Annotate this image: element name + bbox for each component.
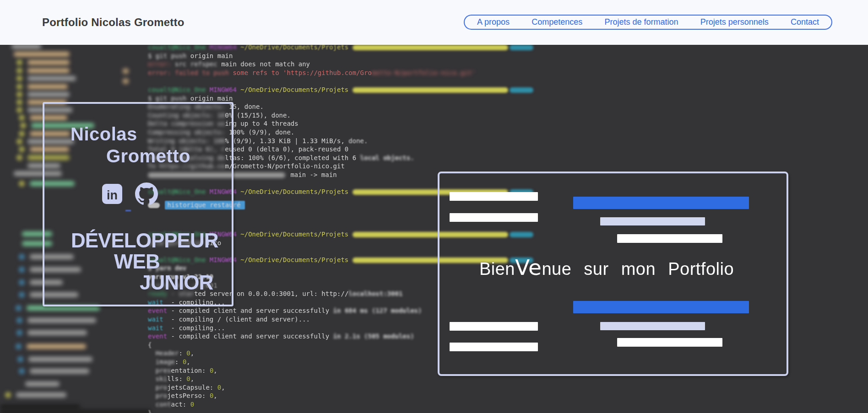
terminal-line <box>148 77 606 86</box>
terminal-segment <box>148 384 156 391</box>
terminal-segment: 15, done. <box>229 103 264 110</box>
terminal-line: coualt@Nico_One MINGW64 ~/OneDrive/Docum… <box>148 86 606 94</box>
terminal-segment <box>148 349 156 357</box>
sidebar-file-dot <box>16 139 22 145</box>
terminal-segment: - compiling / (client and server)... <box>163 316 310 323</box>
terminal-segment: - compiled client and server successfull… <box>167 333 333 340</box>
sidebar-file-dot <box>16 75 22 81</box>
sidebar-row <box>0 409 151 413</box>
sidebar-file-dot <box>16 317 22 323</box>
nav-item-contact[interactable]: Contact <box>791 17 819 27</box>
terminal-segment <box>148 358 156 365</box>
terminal-segment: origin main <box>190 52 233 59</box>
terminal-segment: event <box>148 307 167 314</box>
main-nav: A proposCompetencesProjets de formationP… <box>464 15 832 30</box>
terminal-segment: ~/OneDrive/Documents/Projets <box>240 86 352 93</box>
identity-card: Nicolas Grometto in DÉVELOPPEUR WEB JUNI… <box>43 102 233 306</box>
terminal-segment: main does not match any <box>221 60 310 68</box>
terminal-line: contact: 0 <box>148 400 606 409</box>
decorative-bar-white <box>617 234 722 243</box>
welcome-lead: Bien <box>479 259 515 279</box>
welcome-rest: sur mon Portfolio <box>571 259 734 279</box>
sidebar-row <box>27 92 70 97</box>
terminal-segment: , <box>213 392 217 399</box>
terminal-segment <box>148 375 156 382</box>
nav-item-projets-personnels[interactable]: Projets personnels <box>700 17 769 27</box>
sidebar-row <box>27 344 86 349</box>
decorative-bar-blue <box>573 301 749 313</box>
sidebar-file-dot <box>19 292 25 298</box>
terminal-segment: ~/OneDrive/Documents/Projets <box>240 188 352 195</box>
sidebar-file-dot <box>16 107 22 113</box>
role-line-3: JUNIOR <box>140 271 213 294</box>
terminal-segment: pro <box>156 384 167 391</box>
terminal-segment: local objects. <box>360 154 414 161</box>
sidebar-file-dot <box>16 68 22 74</box>
header-bar: Portfolio Nicolas Grometto A proposCompe… <box>0 0 868 45</box>
nav-item-a-propos[interactable]: A propos <box>477 17 510 27</box>
decorative-bar-white <box>450 343 538 351</box>
terminal-segment: ing up to 4 threads <box>225 120 298 127</box>
sidebar-row <box>123 69 129 74</box>
welcome-accent: Ve <box>515 255 542 280</box>
sidebar-row <box>14 52 70 57</box>
terminal-segment: 0 <box>186 375 190 382</box>
terminal-segment: event <box>148 333 167 340</box>
terminal-segment: % (9/9), 1.33 KiB | 1.33 MiB/s, <box>225 137 349 145</box>
terminal-segment <box>353 87 508 93</box>
terminal-segment: metto-N/portfolio-nico.git' <box>372 69 476 76</box>
sidebar-row <box>25 381 60 386</box>
sidebar-file-dot <box>17 356 23 362</box>
terminal-segment: in 684 ms (127 modules) <box>333 307 422 314</box>
page-title: Portfolio Nicolas Grometto <box>42 0 184 45</box>
terminal-segment: in 2.1s (505 modules) <box>333 333 414 340</box>
linkedin-glyph: in <box>107 189 118 202</box>
terminal-segment: $ git push <box>148 95 190 102</box>
nav-item-projets-de-formation[interactable]: Projets de formation <box>604 17 678 27</box>
sidebar-row <box>27 330 87 335</box>
terminal-segment: cont <box>156 401 171 408</box>
sidebar-file-dot <box>16 305 22 311</box>
terminal-segment: origin main <box>190 95 233 102</box>
terminal-segment: , <box>213 367 217 374</box>
terminal-line: error: failed to push some refs to 'http… <box>148 69 606 77</box>
sidebar-file-dot <box>20 123 26 129</box>
terminal-line: projetsCapsule: 0, <box>148 383 606 392</box>
portfolio-page: coualt@Nico_One MINGW64 ~/OneDrive/Docum… <box>0 0 868 413</box>
sidebar-file-dot <box>19 279 25 285</box>
terminal-segment: image <box>156 358 175 365</box>
terminal-segment: MINGW64 <box>210 86 240 93</box>
sidebar-file-dot <box>16 59 22 65</box>
welcome-tail: nue <box>542 259 571 279</box>
sidebar-file-dot <box>19 267 25 273</box>
terminal-segment <box>148 367 156 374</box>
terminal-segment: : <box>179 349 186 357</box>
sidebar-row <box>27 76 76 81</box>
sidebar-row <box>0 404 80 409</box>
sidebar-file-dot <box>19 368 25 374</box>
terminal-segment: 0% (15/15), done. <box>225 112 291 119</box>
linkedin-icon[interactable]: in <box>102 184 122 204</box>
sidebar-row <box>28 357 92 362</box>
terminal-segment: } <box>148 409 152 413</box>
terminal-segment: act: <box>171 401 190 408</box>
sidebar-file-dot <box>16 155 22 161</box>
last-name: Grometto <box>106 146 190 166</box>
sidebar-file-dot <box>5 392 11 398</box>
github-icon[interactable] <box>135 182 158 205</box>
terminal-segment: { <box>148 341 152 349</box>
terminal-segment: wait <box>148 324 163 332</box>
role-line-2: WEB <box>114 250 160 273</box>
terminal-segment: eused 0 (delta 0), pack-reused 0 <box>225 145 349 153</box>
terminal-line: } <box>148 409 606 413</box>
terminal-segment: main -> main <box>287 171 337 178</box>
sidebar-file-dot <box>19 115 25 121</box>
nav-item-competences[interactable]: Competences <box>532 17 582 27</box>
terminal-line: $ git push origin main <box>148 94 606 103</box>
terminal-segment <box>510 87 533 93</box>
welcome-text: BienVenue sur mon Portfolio <box>433 259 780 279</box>
decorative-bar-blue <box>573 197 749 209</box>
terminal-segment: done. <box>348 137 368 145</box>
terminal-segment: src refspec <box>175 60 221 68</box>
decorative-bar-white <box>450 213 538 222</box>
